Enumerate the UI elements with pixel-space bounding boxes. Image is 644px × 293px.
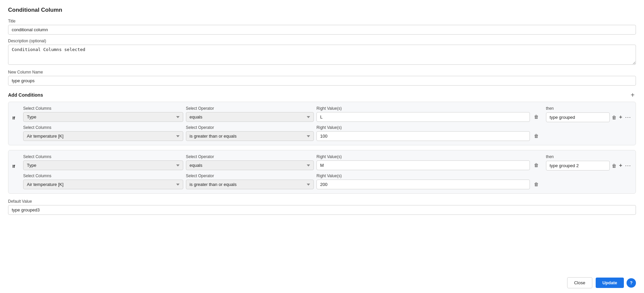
description-label: Description (optional)	[8, 39, 636, 43]
col-operator-2-2: Select Operator equals is greater than o…	[186, 174, 314, 189]
delete-row-button-2-1[interactable]	[533, 160, 540, 170]
select-columns-label-2-2: Select Columns	[23, 174, 183, 178]
trash-icon-1-2	[534, 133, 539, 139]
footer: Close Update ?	[559, 273, 644, 293]
select-operator-label-1-1: Select Operator	[186, 106, 314, 111]
col-value-1-1: Right Value(s)	[316, 106, 530, 122]
then-plus-icon-1	[619, 114, 622, 120]
then-add-button-2[interactable]	[618, 161, 623, 170]
then-trash-icon-2	[612, 163, 616, 168]
then-col-2: then	[546, 154, 632, 170]
then-ellipsis-icon-1	[625, 113, 631, 121]
title-label: Title	[8, 19, 636, 23]
then-label-2: then	[546, 154, 632, 159]
select-columns-label-1-1: Select Columns	[23, 106, 183, 111]
page-title: Conditional Column	[8, 7, 636, 13]
then-add-button-1[interactable]	[618, 113, 623, 121]
col-operator-1-1: Select Operator equals is greater than o…	[186, 106, 314, 122]
right-value-input-1-2[interactable]	[316, 131, 530, 141]
then-delete-button-2[interactable]	[611, 161, 617, 170]
col-operator-2-1: Select Operator equals is greater than o…	[186, 154, 314, 170]
right-value-input-2-1[interactable]	[316, 160, 530, 170]
then-value-input-2[interactable]	[546, 161, 610, 170]
then-col-1: then	[546, 106, 632, 122]
condition-row-2-2: Select Columns Type Air temperature [K] …	[23, 174, 540, 189]
select-columns-2-1[interactable]: Type Air temperature [K]	[23, 160, 183, 170]
right-value-input-1-1[interactable]	[316, 112, 530, 122]
select-columns-1-2[interactable]: Type Air temperature [K]	[23, 131, 183, 141]
add-condition-button[interactable]: +	[629, 92, 636, 98]
new-column-name-label: New Column Name	[8, 70, 636, 75]
delete-row-button-1-1[interactable]	[533, 112, 540, 122]
add-conditions-title: Add Conditions	[8, 92, 43, 98]
then-more-button-1[interactable]	[624, 112, 632, 122]
delete-row-button-2-2[interactable]	[533, 179, 540, 189]
col-group-1-2: Select Columns Type Air temperature [K]	[23, 125, 183, 141]
close-button[interactable]: Close	[567, 277, 592, 288]
col-operator-1-2: Select Operator equals is greater than o…	[186, 125, 314, 141]
select-operator-1-2[interactable]: equals is greater than or equals	[186, 131, 314, 141]
title-input[interactable]	[8, 25, 636, 35]
default-value-label: Default Value	[8, 199, 636, 204]
delete-row-button-1-2[interactable]	[533, 131, 540, 141]
select-columns-label-1-2: Select Columns	[23, 125, 183, 130]
select-columns-2-2[interactable]: Type Air temperature [K]	[23, 180, 183, 189]
right-values-label-2-1: Right Value(s)	[316, 154, 530, 159]
then-input-row-1	[546, 112, 632, 122]
then-value-input-1[interactable]	[546, 112, 610, 122]
condition-row-1-1: Select Columns Type Air temperature [K] …	[23, 106, 540, 122]
default-value-input[interactable]	[8, 205, 636, 215]
condition-group-2: If Select Columns Type Air temperature […	[8, 150, 636, 194]
trash-icon-2-2	[534, 181, 539, 187]
col-group-1-1: Select Columns Type Air temperature [K]	[23, 106, 183, 122]
conditions-body-2: Select Columns Type Air temperature [K] …	[23, 154, 540, 189]
col-group-2-1: Select Columns Type Air temperature [K]	[23, 154, 183, 170]
right-value-input-2-2[interactable]	[316, 180, 530, 189]
select-operator-label-2-1: Select Operator	[186, 154, 314, 159]
then-trash-icon-1	[612, 114, 616, 120]
then-plus-icon-2	[619, 162, 622, 168]
right-values-label-2-2: Right Value(s)	[316, 174, 530, 178]
select-operator-2-1[interactable]: equals is greater than or equals	[186, 160, 314, 170]
then-input-row-2	[546, 160, 632, 170]
then-ellipsis-icon-2	[625, 162, 631, 169]
col-value-2-2: Right Value(s)	[316, 174, 530, 189]
condition-group-1: If Select Columns Type Air temperature […	[8, 102, 636, 145]
then-delete-button-1[interactable]	[611, 113, 617, 121]
help-button[interactable]: ?	[627, 278, 636, 288]
description-input[interactable]: Conditional Columns selected	[8, 45, 636, 65]
if-label-1: If	[12, 106, 20, 120]
update-button[interactable]: Update	[596, 278, 624, 288]
select-columns-label-2-1: Select Columns	[23, 154, 183, 159]
trash-icon-2-1	[534, 162, 539, 168]
conditions-body-1: Select Columns Type Air temperature [K] …	[23, 106, 540, 141]
select-columns-1-1[interactable]: Type Air temperature [K]	[23, 112, 183, 122]
condition-row-1-2: Select Columns Type Air temperature [K] …	[23, 125, 540, 141]
right-values-label-1-1: Right Value(s)	[316, 106, 530, 111]
col-value-1-2: Right Value(s)	[316, 125, 530, 141]
condition-row-2-1: Select Columns Type Air temperature [K] …	[23, 154, 540, 170]
if-label-2: If	[12, 154, 20, 169]
select-operator-1-1[interactable]: equals is greater than or equals	[186, 112, 314, 122]
trash-icon-1-1	[534, 114, 539, 120]
right-values-label-1-2: Right Value(s)	[316, 125, 530, 130]
select-operator-2-2[interactable]: equals is greater than or equals	[186, 180, 314, 189]
col-value-2-1: Right Value(s)	[316, 154, 530, 170]
select-operator-label-2-2: Select Operator	[186, 174, 314, 178]
then-label-1: then	[546, 106, 632, 111]
col-group-2-2: Select Columns Type Air temperature [K]	[23, 174, 183, 189]
select-operator-label-1-2: Select Operator	[186, 125, 314, 130]
help-wrapper: Update ?	[596, 277, 636, 288]
new-column-name-input[interactable]	[8, 76, 636, 86]
then-more-button-2[interactable]	[624, 160, 632, 170]
